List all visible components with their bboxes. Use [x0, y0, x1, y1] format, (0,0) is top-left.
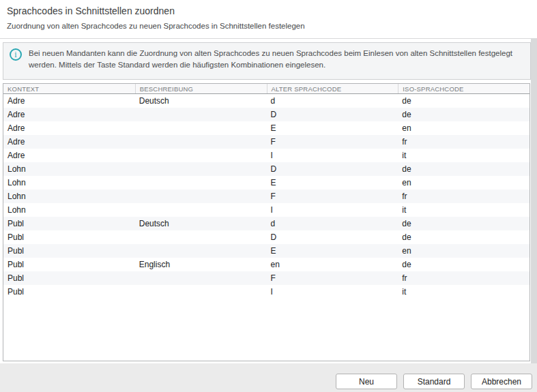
cell-alter-sprachcode: F	[267, 192, 398, 201]
language-code-table: KONTEXT BESCHREIBUNG ALTER SPRACHCODE IS…	[3, 83, 530, 361]
cell-alter-sprachcode: F	[267, 273, 398, 283]
cell-kontext: Publ	[3, 273, 135, 283]
cell-alter-sprachcode: F	[267, 137, 398, 147]
cell-iso-sprachcode: fr	[398, 137, 529, 147]
page-header: Sprachcodes in Schnittstellen zuordnen Z…	[0, 0, 537, 39]
cell-iso-sprachcode: it	[398, 205, 529, 215]
table-row[interactable]: PublEnglischende	[3, 258, 529, 271]
page-title: Sprachcodes in Schnittstellen zuordnen	[7, 5, 175, 16]
table-row[interactable]: AdreDeutschdde	[3, 94, 529, 108]
cell-alter-sprachcode: I	[267, 287, 398, 297]
cell-kontext: Publ	[3, 232, 135, 242]
cell-kontext: Adre	[3, 123, 135, 133]
page-subtitle: Zuordnung von alten Sprachcodes zu neuen…	[7, 22, 305, 30]
vertical-scrollbar-track	[531, 39, 537, 363]
table-row[interactable]: LohnIit	[3, 203, 529, 217]
cell-iso-sprachcode: en	[398, 123, 529, 133]
cell-iso-sprachcode: fr	[398, 192, 529, 201]
table-row[interactable]: AdreFfr	[3, 135, 529, 149]
cell-iso-sprachcode: fr	[398, 273, 529, 283]
cell-beschreibung: Deutsch	[135, 219, 267, 228]
cell-iso-sprachcode: de	[398, 232, 529, 242]
cell-iso-sprachcode: en	[398, 178, 529, 187]
cell-beschreibung: Englisch	[135, 260, 267, 269]
table-row[interactable]: PublDde	[3, 230, 529, 244]
cell-iso-sprachcode: de	[398, 96, 529, 106]
standard-button[interactable]: Standard	[403, 374, 465, 389]
cell-kontext: Lohn	[3, 164, 135, 174]
table-row[interactable]: AdreEen	[3, 121, 529, 135]
cell-alter-sprachcode: E	[267, 246, 398, 256]
cell-kontext: Publ	[3, 246, 135, 256]
table-row[interactable]: PublEen	[3, 244, 529, 258]
info-box: i Bei neuen Mandanten kann die Zuordnung…	[3, 42, 531, 80]
cell-kontext: Publ	[3, 219, 135, 228]
cell-kontext: Lohn	[3, 178, 135, 187]
cell-kontext: Adre	[3, 151, 135, 160]
cell-kontext: Lohn	[3, 192, 135, 201]
info-icon: i	[10, 48, 22, 61]
cell-alter-sprachcode: D	[267, 110, 398, 119]
cell-kontext: Adre	[3, 137, 135, 147]
table-row[interactable]: PublFfr	[3, 271, 529, 285]
table-row[interactable]: AdreDde	[3, 108, 529, 121]
cell-kontext: Adre	[3, 96, 135, 106]
cell-alter-sprachcode: en	[267, 260, 398, 269]
cell-beschreibung: Deutsch	[135, 96, 267, 106]
cell-kontext: Publ	[3, 260, 135, 269]
cell-alter-sprachcode: D	[267, 232, 398, 242]
footer-bar: Neu Standard Abbrechen	[0, 363, 537, 392]
column-header-beschreibung[interactable]: BESCHREIBUNG	[135, 84, 267, 93]
cell-iso-sprachcode: it	[398, 151, 529, 160]
cell-iso-sprachcode: de	[398, 164, 529, 174]
cell-kontext: Publ	[3, 287, 135, 297]
column-header-kontext[interactable]: KONTEXT	[3, 84, 135, 93]
column-header-alter-sprachcode[interactable]: ALTER SPRACHCODE	[267, 84, 398, 93]
cell-alter-sprachcode: I	[267, 205, 398, 215]
new-button[interactable]: Neu	[336, 374, 397, 389]
cell-iso-sprachcode: en	[398, 246, 529, 256]
table-row[interactable]: LohnDde	[3, 162, 529, 176]
cell-alter-sprachcode: E	[267, 178, 398, 187]
table-header-row: KONTEXT BESCHREIBUNG ALTER SPRACHCODE IS…	[3, 84, 529, 94]
table-body: AdreDeutschddeAdreDdeAdreEenAdreFfrAdreI…	[3, 94, 529, 299]
cell-alter-sprachcode: I	[267, 151, 398, 160]
cell-iso-sprachcode: de	[398, 219, 529, 228]
cancel-button[interactable]: Abbrechen	[471, 374, 532, 389]
table-row[interactable]: LohnFfr	[3, 190, 529, 203]
cell-alter-sprachcode: D	[267, 164, 398, 174]
table-row[interactable]: LohnEen	[3, 176, 529, 190]
table-row[interactable]: AdreIit	[3, 149, 529, 162]
table-row[interactable]: PublDeutschdde	[3, 217, 529, 230]
cell-kontext: Lohn	[3, 205, 135, 215]
table-row[interactable]: PublIit	[3, 285, 529, 299]
cell-iso-sprachcode: de	[398, 260, 529, 269]
cell-iso-sprachcode: it	[398, 287, 529, 297]
cell-kontext: Adre	[3, 110, 135, 119]
cell-alter-sprachcode: d	[267, 96, 398, 106]
info-text: Bei neuen Mandanten kann die Zuordnung v…	[29, 48, 522, 70]
cell-iso-sprachcode: de	[398, 110, 529, 119]
column-header-iso-sprachcode[interactable]: ISO-SPRACHCODE	[398, 84, 529, 93]
cell-alter-sprachcode: d	[267, 219, 398, 228]
cell-alter-sprachcode: E	[267, 123, 398, 133]
